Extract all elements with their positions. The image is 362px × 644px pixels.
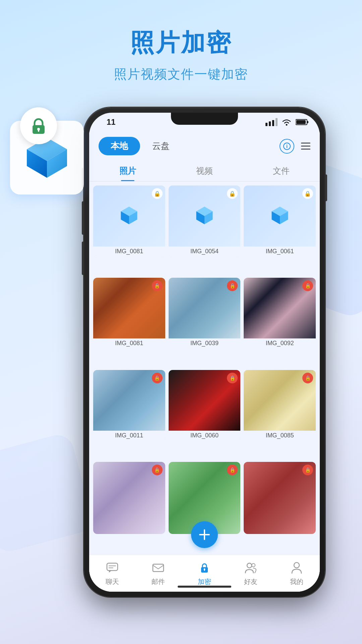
mail-svg: [152, 563, 164, 573]
svg-point-32: [247, 563, 252, 568]
photo-name-6: IMG_0092: [244, 338, 316, 350]
lock-badge-1: 🔒: [152, 188, 163, 199]
svg-text:i: i: [286, 144, 288, 149]
photo-item-0060-real[interactable]: 🔒 IMG_0060: [169, 370, 241, 442]
cube-icon-2: [193, 204, 216, 228]
home-indicator: [178, 586, 231, 588]
nav-friends[interactable]: 好友: [228, 560, 274, 586]
photo-name-7: IMG_0011: [93, 431, 165, 442]
wifi-icon: [282, 118, 292, 126]
top-tabs: 本地 云盘 i: [89, 131, 320, 161]
nav-encrypt-label: 加密: [198, 577, 211, 586]
list-view-button[interactable]: [301, 143, 310, 150]
add-fab-button[interactable]: [191, 521, 218, 548]
tab-icons: i: [280, 139, 310, 154]
floating-lock-icon: [20, 107, 57, 144]
nav-profile[interactable]: 我的: [274, 560, 320, 586]
photo-name-4: IMG_0081: [93, 338, 165, 350]
phone-screen: 11: [89, 113, 320, 592]
svg-rect-28: [153, 564, 164, 572]
svg-rect-6: [265, 123, 267, 126]
plus-icon: [197, 527, 212, 542]
nav-encrypt[interactable]: 加密: [181, 560, 228, 586]
photo-item-0061-enc[interactable]: 🔒 IMG_0061: [244, 185, 316, 258]
tab-photos[interactable]: 照片: [89, 161, 166, 181]
photo-name-1: IMG_0081: [93, 247, 165, 258]
subtitle: 照片视频文件一键加密: [0, 66, 362, 83]
main-title: 照片加密: [0, 27, 362, 59]
photo-name-3: IMG_0061: [244, 247, 316, 258]
nav-mail-label: 邮件: [152, 577, 165, 586]
status-icons: [265, 118, 309, 126]
photo-item-partial-1[interactable]: 🔒: [93, 462, 165, 534]
photo-grid: 🔒 IMG_0081 🔒 IMG_0054: [89, 181, 320, 555]
info-icon-button[interactable]: i: [280, 139, 294, 154]
tab-videos[interactable]: 视频: [166, 161, 243, 181]
photo-name-2: IMG_0054: [169, 247, 241, 258]
photo-item-0039-real[interactable]: 🔒 IMG_0039: [169, 278, 241, 350]
svg-rect-8: [272, 120, 274, 126]
volume-down-button: [82, 241, 84, 275]
photo-name-5: IMG_0039: [169, 338, 241, 350]
nav-friends-label: 好友: [244, 577, 257, 586]
svg-rect-2: [38, 129, 39, 132]
tab-local[interactable]: 本地: [99, 137, 140, 155]
lock-key-icon: [197, 560, 212, 575]
lock-badge-5: 🔒: [227, 280, 238, 291]
cube-icon-3: [268, 204, 292, 228]
photo-item-0054-enc[interactable]: 🔒 IMG_0054: [169, 185, 241, 258]
lock-badge-9: 🔒: [302, 373, 313, 383]
lock-badge-4: 🔒: [152, 280, 163, 291]
cube-icon-1: [117, 204, 141, 228]
lock-svg: [29, 116, 48, 135]
svg-point-33: [252, 564, 255, 567]
line-3: [301, 149, 310, 150]
phone-outer: 11: [84, 107, 325, 597]
svg-rect-12: [307, 121, 308, 123]
nav-chat-label: 聊天: [106, 577, 119, 586]
nav-profile-label: 我的: [290, 577, 303, 586]
power-button: [325, 174, 327, 201]
svg-point-34: [294, 562, 299, 568]
photo-name-9: IMG_0085: [244, 431, 316, 442]
svg-rect-7: [269, 121, 271, 126]
svg-point-10: [286, 124, 288, 126]
chat-svg: [106, 562, 118, 573]
nav-mail[interactable]: 邮件: [135, 560, 182, 586]
photo-name-8: IMG_0060: [169, 431, 241, 442]
photo-item-0092-real[interactable]: 🔒 IMG_0092: [244, 278, 316, 350]
lock-badge-8: 🔒: [227, 373, 238, 383]
svg-rect-31: [204, 569, 205, 571]
sub-tabs: 照片 视频 文件: [89, 161, 320, 181]
line-1: [301, 143, 310, 144]
lock-badge-12: 🔒: [302, 465, 313, 475]
friends-svg: [245, 562, 257, 574]
tab-files[interactable]: 文件: [243, 161, 320, 181]
info-icon: i: [283, 143, 291, 150]
phone-notch: [171, 113, 238, 125]
volume-up-button: [82, 201, 84, 235]
list-lines-icon: [301, 143, 310, 150]
friends-icon: [243, 560, 258, 575]
lock-badge-10: 🔒: [152, 465, 163, 475]
title-section: 照片加密 照片视频文件一键加密: [0, 27, 362, 83]
photo-item-0011-real[interactable]: 🔒 IMG_0011: [93, 370, 165, 442]
mail-icon: [151, 560, 166, 575]
lock-key-svg: [198, 562, 210, 574]
svg-rect-25: [107, 563, 118, 571]
svg-rect-9: [276, 118, 278, 126]
profile-icon: [289, 560, 304, 575]
nav-chat[interactable]: 聊天: [89, 560, 135, 586]
photo-item-0085-real[interactable]: 🔒 IMG_0085: [244, 370, 316, 442]
photo-item-0081-enc[interactable]: 🔒 IMG_0081: [93, 185, 165, 258]
photo-item-0081-real[interactable]: 🔒 IMG_0081: [93, 278, 165, 350]
tab-cloud[interactable]: 云盘: [145, 137, 176, 155]
lock-badge-6: 🔒: [302, 280, 313, 291]
svg-rect-13: [296, 120, 306, 124]
lock-badge-7: 🔒: [152, 373, 163, 383]
chat-icon: [105, 560, 120, 575]
phone-wrapper: 11: [54, 107, 355, 624]
lock-badge-3: 🔒: [302, 188, 313, 199]
profile-svg: [291, 562, 302, 574]
photo-item-partial-3[interactable]: 🔒: [244, 462, 316, 534]
